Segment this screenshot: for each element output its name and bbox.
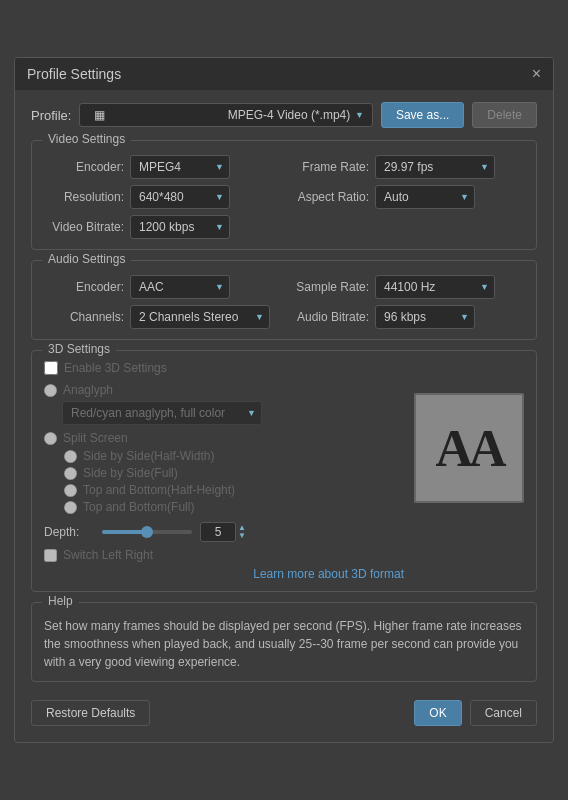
depth-value-wrap: 5 ▲ ▼	[200, 522, 246, 542]
sample-rate-select-wrap: 44100 Hz	[375, 275, 495, 299]
anaglyph-select[interactable]: Red/cyan anaglyph, full color	[62, 401, 262, 425]
channels-select[interactable]: 2 Channels Stereo	[130, 305, 270, 329]
split-screen-radio-row: Split Screen	[44, 431, 404, 445]
depth-arrows: ▲ ▼	[238, 524, 246, 540]
side-by-side-half-row: Side by Side(Half-Width)	[64, 449, 404, 463]
audio-encoder-select[interactable]: AAC	[130, 275, 230, 299]
video-bitrate-select-wrap: 1200 kbps	[130, 215, 230, 239]
help-title: Help	[42, 594, 79, 608]
enable-3d-checkbox[interactable]	[44, 361, 58, 375]
footer-right: OK Cancel	[414, 700, 537, 726]
profile-label: Profile:	[31, 108, 71, 123]
channels-field: Channels: 2 Channels Stereo	[44, 305, 279, 329]
film-icon: ▦	[94, 108, 221, 122]
video-settings-grid: Encoder: MPEG4 Frame Rate: 29.97 fps	[44, 155, 524, 239]
video-settings-section: Video Settings Encoder: MPEG4 Frame Rate…	[31, 140, 537, 250]
frame-rate-label: Frame Rate:	[289, 160, 369, 174]
anaglyph-select-wrap: Red/cyan anaglyph, full color	[62, 401, 262, 425]
top-bottom-full-radio[interactable]	[64, 501, 77, 514]
delete-button[interactable]: Delete	[472, 102, 537, 128]
enable-3d-row: Enable 3D Settings	[44, 361, 524, 375]
preview-text: AA	[435, 419, 502, 478]
anaglyph-radio-row: Anaglyph	[44, 383, 404, 397]
resolution-field: Resolution: 640*480	[44, 185, 279, 209]
save-as-button[interactable]: Save as...	[381, 102, 464, 128]
top-bottom-half-label: Top and Bottom(Half-Height)	[83, 483, 235, 497]
video-settings-title: Video Settings	[42, 132, 131, 146]
audio-settings-grid: Encoder: AAC Sample Rate: 44100 Hz	[44, 275, 524, 329]
dialog-body: Profile: ▦ MPEG-4 Video (*.mp4) Save as.…	[15, 90, 553, 742]
top-bottom-full-label: Top and Bottom(Full)	[83, 500, 194, 514]
depth-row: Depth: 5 ▲ ▼	[44, 522, 404, 542]
cancel-button[interactable]: Cancel	[470, 700, 537, 726]
side-by-side-half-radio[interactable]	[64, 450, 77, 463]
resolution-select[interactable]: 640*480	[130, 185, 230, 209]
learn-link-row: Learn more about 3D format	[44, 566, 404, 581]
help-section: Help Set how many frames should be displ…	[31, 602, 537, 682]
profile-row: Profile: ▦ MPEG-4 Video (*.mp4) Save as.…	[31, 102, 537, 128]
audio-settings-title: Audio Settings	[42, 252, 131, 266]
depth-label: Depth:	[44, 525, 94, 539]
audio-bitrate-label: Audio Bitrate:	[289, 310, 369, 324]
switch-left-right-checkbox[interactable]	[44, 549, 57, 562]
profile-dropdown[interactable]: ▦ MPEG-4 Video (*.mp4)	[79, 103, 372, 127]
encoder-select-wrap: MPEG4	[130, 155, 230, 179]
encoder-label: Encoder:	[44, 160, 124, 174]
anaglyph-radio[interactable]	[44, 384, 57, 397]
audio-bitrate-select[interactable]: 96 kbps	[375, 305, 475, 329]
aspect-ratio-label: Aspect Ratio:	[289, 190, 369, 204]
audio-bitrate-field: Audio Bitrate: 96 kbps	[289, 305, 524, 329]
close-button[interactable]: ×	[532, 66, 541, 82]
preview-box: AA	[414, 393, 524, 503]
channels-select-wrap: 2 Channels Stereo	[130, 305, 270, 329]
audio-encoder-label: Encoder:	[44, 280, 124, 294]
aspect-ratio-select-wrap: Auto	[375, 185, 475, 209]
audio-settings-section: Audio Settings Encoder: AAC Sample Rate:…	[31, 260, 537, 340]
top-bottom-half-radio[interactable]	[64, 484, 77, 497]
split-sub-options: Side by Side(Half-Width) Side by Side(Fu…	[44, 449, 404, 514]
title-bar: Profile Settings ×	[15, 58, 553, 90]
anaglyph-dropdown-row: Red/cyan anaglyph, full color	[44, 401, 404, 425]
audio-bitrate-select-wrap: 96 kbps	[375, 305, 475, 329]
depth-slider[interactable]	[102, 530, 192, 534]
ok-button[interactable]: OK	[414, 700, 461, 726]
frame-rate-select[interactable]: 29.97 fps	[375, 155, 495, 179]
encoder-field: Encoder: MPEG4	[44, 155, 279, 179]
resolution-label: Resolution:	[44, 190, 124, 204]
resolution-select-wrap: 640*480	[130, 185, 230, 209]
encoder-select[interactable]: MPEG4	[130, 155, 230, 179]
three-d-content: Anaglyph Red/cyan anaglyph, full color S…	[44, 383, 524, 581]
sample-rate-select[interactable]: 44100 Hz	[375, 275, 495, 299]
switch-left-right-label: Switch Left Right	[63, 548, 153, 562]
depth-down-arrow[interactable]: ▼	[238, 532, 246, 540]
footer-row: Restore Defaults OK Cancel	[31, 692, 537, 730]
enable-3d-label: Enable 3D Settings	[64, 361, 167, 375]
anaglyph-label: Anaglyph	[63, 383, 113, 397]
side-by-side-full-row: Side by Side(Full)	[64, 466, 404, 480]
dialog-title: Profile Settings	[27, 66, 121, 82]
top-bottom-half-row: Top and Bottom(Half-Height)	[64, 483, 404, 497]
aspect-ratio-select[interactable]: Auto	[375, 185, 475, 209]
restore-defaults-button[interactable]: Restore Defaults	[31, 700, 150, 726]
frame-rate-select-wrap: 29.97 fps	[375, 155, 495, 179]
sample-rate-field: Sample Rate: 44100 Hz	[289, 275, 524, 299]
learn-more-link[interactable]: Learn more about 3D format	[253, 567, 404, 581]
split-screen-label: Split Screen	[63, 431, 128, 445]
profile-value: MPEG-4 Video (*.mp4)	[228, 108, 355, 122]
video-bitrate-field: Video Bitrate: 1200 kbps	[44, 215, 279, 239]
side-by-side-full-radio[interactable]	[64, 467, 77, 480]
three-d-settings-section: 3D Settings Enable 3D Settings Anaglyph	[31, 350, 537, 592]
split-screen-radio[interactable]	[44, 432, 57, 445]
video-bitrate-select[interactable]: 1200 kbps	[130, 215, 230, 239]
aspect-ratio-field: Aspect Ratio: Auto	[289, 185, 524, 209]
side-by-side-half-label: Side by Side(Half-Width)	[83, 449, 214, 463]
audio-encoder-field: Encoder: AAC	[44, 275, 279, 299]
three-d-left: Anaglyph Red/cyan anaglyph, full color S…	[44, 383, 404, 581]
top-bottom-full-row: Top and Bottom(Full)	[64, 500, 404, 514]
help-text: Set how many frames should be displayed …	[44, 617, 524, 671]
depth-value: 5	[200, 522, 236, 542]
side-by-side-full-label: Side by Side(Full)	[83, 466, 178, 480]
frame-rate-field: Frame Rate: 29.97 fps	[289, 155, 524, 179]
sample-rate-label: Sample Rate:	[289, 280, 369, 294]
three-d-settings-title: 3D Settings	[42, 342, 116, 356]
